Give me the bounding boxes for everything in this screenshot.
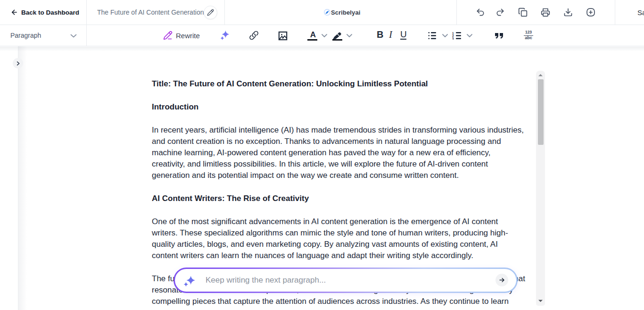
svg-text:3: 3: [452, 37, 454, 40]
